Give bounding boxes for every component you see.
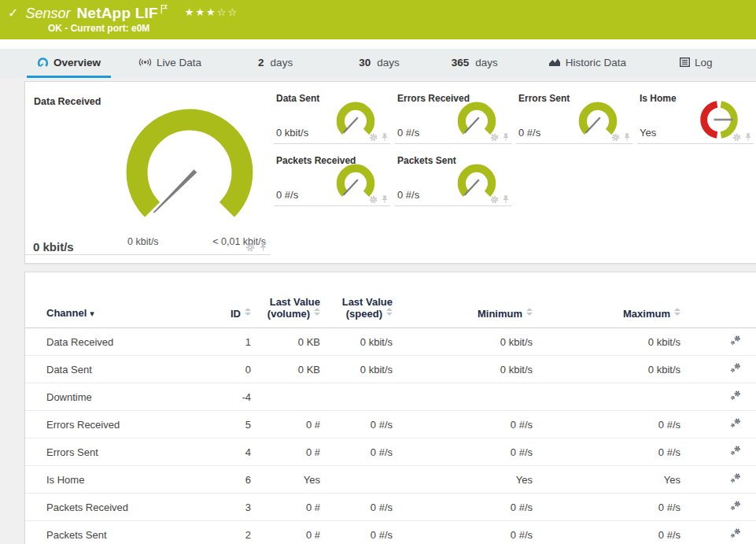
table-row: Data Sent 0 0 KB 0 kbit/s 0 kbit/s 0 kbi… — [25, 356, 756, 383]
channel-name: Downtime — [25, 383, 204, 411]
primary-gauge — [116, 99, 263, 235]
pin-icon[interactable] — [259, 242, 267, 252]
sort-icon — [314, 308, 320, 316]
status-check-icon: ✓ — [8, 7, 18, 20]
priority-flag-icon[interactable] — [160, 3, 168, 17]
table-row: Downtime -4 — [25, 383, 756, 411]
channel-settings-gears-icon[interactable] — [730, 363, 741, 373]
primary-gauge-value: 0 kbit/s — [33, 240, 74, 253]
priority-stars[interactable]: ★★★☆☆ — [185, 6, 238, 18]
pin-icon[interactable] — [381, 195, 389, 204]
table-row: Errors Received 5 0 # 0 #/s 0 #/s 0 #/s — [25, 411, 756, 439]
channel-settings-gears-icon[interactable] — [730, 390, 741, 401]
channel-settings-gears-icon[interactable] — [730, 335, 741, 346]
channel-settings-gears-icon[interactable] — [730, 418, 741, 428]
sort-desc-icon: ▾ — [90, 309, 94, 319]
column-header-id[interactable]: ID — [204, 272, 251, 328]
channel-name: Errors Sent — [25, 439, 204, 466]
table-row: Packets Sent 2 0 # 0 #/s 0 #/s 0 #/s — [25, 521, 756, 544]
pin-icon[interactable] — [502, 195, 510, 204]
empty-cell — [516, 150, 632, 206]
sort-icon — [245, 308, 251, 316]
sensor-header: ✓ Sensor NetApp LIF ★★★☆☆ OK - Current p… — [0, 0, 756, 39]
pin-icon[interactable] — [502, 133, 510, 142]
channel-settings-gears-icon[interactable] — [730, 501, 741, 511]
channel-name: Packets Received — [25, 494, 204, 521]
object-kind-label: Sensor — [25, 6, 70, 22]
channels-table: Channel▾ ID Last Value(volume) Last Valu… — [25, 272, 756, 544]
primary-gauge-title: Data Received — [34, 96, 101, 107]
sensor-status-text: OK - Current port: e0M — [48, 23, 756, 34]
tab-bar: Overview Live Data 2days 30days 365days … — [0, 49, 756, 78]
tab-365-days[interactable]: 365days — [441, 49, 508, 78]
column-header-last-speed[interactable]: Last Value(speed) — [320, 272, 393, 328]
column-header-actions — [680, 272, 756, 328]
live-icon — [138, 57, 152, 67]
column-header-last-volume[interactable]: Last Value(volume) — [251, 272, 320, 328]
column-header-minimum[interactable]: Minimum — [393, 272, 533, 328]
sensor-title: NetApp LIF — [76, 5, 157, 22]
gauge-cell-data-sent: Data Sent 0 kbit/s — [274, 88, 390, 144]
pin-icon[interactable] — [381, 133, 389, 142]
gear-icon[interactable] — [490, 133, 499, 142]
pin-icon[interactable] — [623, 133, 631, 142]
channel-name: Data Sent — [25, 356, 204, 383]
gear-icon[interactable] — [369, 133, 378, 142]
tab-2-days[interactable]: 2days — [248, 49, 303, 78]
gear-icon[interactable] — [245, 242, 255, 252]
channel-name: Packets Sent — [25, 521, 204, 544]
channel-name: Errors Received — [25, 411, 204, 439]
small-gauges-grid: Data Sent 0 kbit/s Errors Received 0 #/s… — [274, 88, 754, 263]
gauge-cell-packets-received: Packets Received 0 #/s — [274, 150, 390, 206]
historic-chart-icon — [548, 57, 561, 67]
channel-name: Is Home — [25, 466, 204, 494]
table-row: Data Received 1 0 KB 0 kbit/s 0 kbit/s 0… — [25, 328, 756, 356]
tab-30-days[interactable]: 30days — [348, 49, 410, 78]
gear-icon[interactable] — [369, 195, 378, 204]
sort-icon — [674, 308, 680, 316]
log-icon — [680, 57, 690, 67]
table-row: Packets Received 3 0 # 0 #/s 0 #/s 0 #/s — [25, 494, 756, 521]
gauge-cell-errors-received: Errors Received 0 #/s — [395, 88, 511, 144]
table-row: Errors Sent 4 0 # 0 #/s 0 #/s 0 #/s — [25, 439, 756, 466]
sort-icon — [386, 308, 393, 316]
empty-cell — [637, 150, 754, 206]
tab-live-data[interactable]: Live Data — [128, 49, 212, 78]
gauge-cell-is-home: Is Home Yes — [637, 88, 754, 144]
table-row: Is Home 6 Yes Yes Yes — [25, 466, 756, 494]
gear-icon[interactable] — [611, 133, 620, 142]
tab-log[interactable]: Log — [669, 49, 723, 78]
channel-settings-gears-icon[interactable] — [730, 528, 741, 538]
column-header-maximum[interactable]: Maximum — [533, 272, 680, 328]
channels-panel: Channel▾ ID Last Value(volume) Last Valu… — [24, 272, 756, 544]
gear-icon[interactable] — [732, 133, 741, 142]
gear-icon[interactable] — [490, 195, 499, 204]
tab-historic-data[interactable]: Historic Data — [538, 49, 636, 78]
sort-icon — [526, 308, 533, 316]
primary-gauge-cell: Data Received 0 kbit/s < 0,01 kbit/s 0 k… — [25, 88, 271, 255]
tab-overview[interactable]: Overview — [27, 49, 111, 78]
table-header-row: Channel▾ ID Last Value(volume) Last Valu… — [25, 272, 756, 328]
gauge-cell-errors-sent: Errors Sent 0 #/s — [516, 88, 632, 144]
gauges-panel: Data Received 0 kbit/s < 0,01 kbit/s 0 k… — [24, 81, 756, 264]
gauge-icon — [37, 57, 49, 68]
gauge-cell-packets-sent: Packets Sent 0 #/s — [395, 150, 511, 206]
header-gap — [0, 39, 756, 49]
channel-settings-gears-icon[interactable] — [730, 446, 741, 456]
channel-settings-gears-icon[interactable] — [730, 473, 741, 483]
pin-icon[interactable] — [744, 133, 752, 142]
column-header-channel[interactable]: Channel▾ — [25, 272, 204, 328]
gauge-scale-min: 0 kbit/s — [127, 236, 159, 247]
channel-name: Data Received — [25, 328, 204, 356]
